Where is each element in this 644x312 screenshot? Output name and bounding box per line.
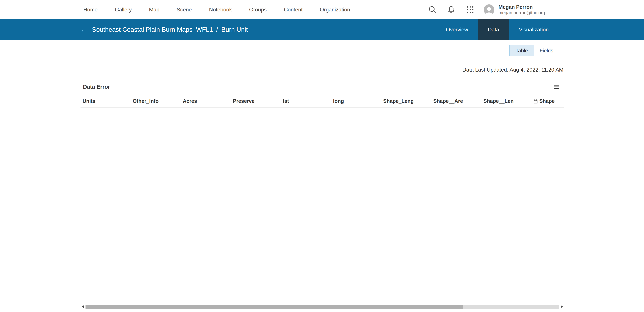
tab-visualization[interactable]: Visualization (509, 19, 559, 40)
breadcrumb-separator: / (216, 26, 218, 33)
column-header-lat[interactable]: lat (283, 98, 333, 104)
table-body-empty (80, 107, 564, 304)
nav-item-home[interactable]: Home (83, 7, 98, 13)
nav-item-content[interactable]: Content (284, 7, 302, 13)
top-nav: Home Gallery Map Scene Notebook Groups C… (0, 0, 644, 19)
nav-item-map[interactable]: Map (149, 7, 160, 13)
breadcrumb-parent[interactable]: Southeast Coastal Plain Burn Maps_WFL1 (92, 26, 213, 33)
column-header-shape-len[interactable]: Shape__Len (483, 98, 534, 104)
breadcrumb: ← Southeast Coastal Plain Burn Maps_WFL1… (0, 19, 248, 40)
toggle-fields-button[interactable]: Fields (534, 45, 559, 56)
user-email: megan.perron@tnc.org_… (498, 10, 552, 16)
nav-item-notebook[interactable]: Notebook (209, 7, 232, 13)
scroll-right-arrow-icon[interactable] (559, 304, 564, 309)
item-tabs: Overview Data Visualization (436, 19, 644, 40)
app-launcher-icon[interactable] (463, 3, 477, 17)
lock-icon (534, 99, 538, 103)
nav-right-cluster: Megan Perron megan.perron@tnc.org_… (420, 3, 644, 17)
tab-overview[interactable]: Overview (436, 19, 478, 40)
scrollbar-thumb[interactable] (86, 304, 463, 309)
column-header-preserve[interactable]: Preserve (233, 98, 283, 104)
table-fields-toggle: Table Fields (510, 45, 560, 56)
column-header-units[interactable]: Units (82, 98, 133, 104)
table-header-row: Data Error (80, 79, 564, 95)
breadcrumb-current: Burn Unit (221, 26, 248, 33)
nav-item-organization[interactable]: Organization (320, 7, 350, 13)
nav-item-groups[interactable]: Groups (249, 7, 267, 13)
user-name: Megan Perron (498, 4, 552, 10)
column-header-shape-label: Shape (539, 98, 554, 104)
page: Home Gallery Map Scene Notebook Groups C… (0, 0, 644, 312)
item-title: Southeast Coastal Plain Burn Maps_WFL1 /… (92, 26, 248, 33)
scroll-left-arrow-icon[interactable] (80, 304, 85, 309)
column-header-other-info[interactable]: Other_Info (133, 98, 183, 104)
column-header-acres[interactable]: Acres (183, 98, 233, 104)
tab-data[interactable]: Data (478, 19, 509, 40)
data-table-card: Data Error Units Other_Info Acres Preser… (80, 79, 564, 309)
nav-item-scene[interactable]: Scene (176, 7, 192, 13)
scrollbar-track[interactable] (85, 304, 559, 309)
column-header-long[interactable]: long (333, 98, 383, 104)
search-icon[interactable] (425, 3, 439, 17)
column-header-shape-leng[interactable]: Shape_Leng (383, 98, 433, 104)
horizontal-scrollbar[interactable] (80, 304, 564, 309)
item-header-bar: ← Southeast Coastal Plain Burn Maps_WFL1… (0, 19, 644, 40)
notifications-bell-icon[interactable] (444, 3, 458, 17)
table-status-title: Data Error (83, 84, 110, 90)
column-header-row: Units Other_Info Acres Preserve lat long… (80, 95, 564, 107)
avatar[interactable] (484, 4, 494, 15)
column-header-shape-are[interactable]: Shape__Are (433, 98, 484, 104)
primary-nav: Home Gallery Map Scene Notebook Groups C… (83, 7, 350, 13)
table-options-menu-icon[interactable] (554, 85, 559, 89)
data-last-updated: Data Last Updated: Aug 4, 2022, 11:20 AM (0, 67, 644, 74)
nav-item-gallery[interactable]: Gallery (115, 7, 132, 13)
back-arrow-icon[interactable]: ← (80, 26, 88, 33)
data-toolbar: Table Fields (0, 40, 644, 61)
toggle-table-button[interactable]: Table (510, 45, 534, 56)
column-header-shape[interactable]: Shape (534, 98, 564, 104)
user-menu[interactable]: Megan Perron megan.perron@tnc.org_… (498, 4, 552, 16)
